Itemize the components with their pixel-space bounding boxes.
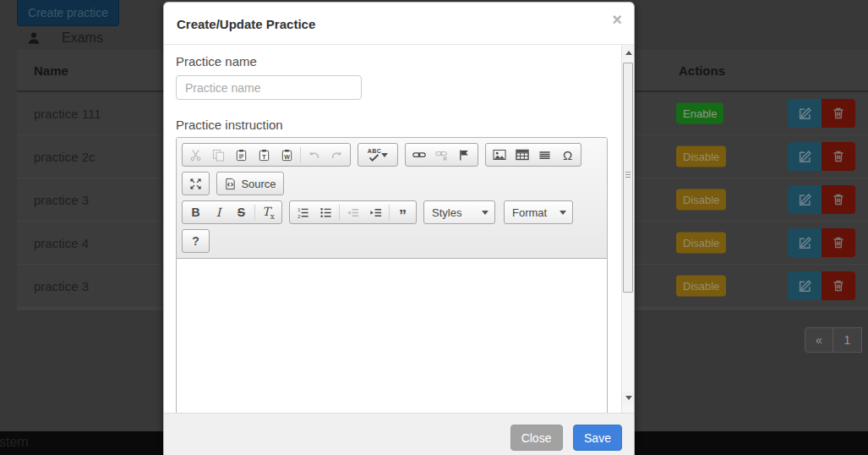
anchor-button[interactable] <box>453 144 476 166</box>
create-update-practice-modal: Create/Update Practice × Practice name P… <box>163 2 635 455</box>
paste-button[interactable] <box>230 144 253 166</box>
scrollbar-thumb[interactable] <box>623 63 633 293</box>
horizontal-rule-icon <box>538 149 551 162</box>
user-icon <box>27 31 41 45</box>
pencil-square-icon <box>798 193 812 207</box>
question-mark-icon: ? <box>192 234 199 248</box>
indent-button[interactable] <box>364 201 387 223</box>
screen: Create practice Exams Name Actions pract… <box>0 0 868 455</box>
delete-button[interactable] <box>822 228 855 257</box>
arrow-down-icon <box>625 396 632 403</box>
modal-close-x[interactable]: × <box>612 11 622 28</box>
name-column-header: Name <box>34 63 68 78</box>
pagination-prev[interactable]: « <box>805 327 833 353</box>
trash-icon <box>832 150 845 163</box>
edit-button[interactable] <box>788 142 822 171</box>
svg-text:W: W <box>284 153 290 159</box>
rich-text-editor: T W <box>176 137 608 413</box>
status-button[interactable]: Enable <box>676 103 723 124</box>
styles-dropdown-label: Styles <box>432 206 461 219</box>
cut-icon <box>189 149 202 162</box>
undo-button[interactable] <box>303 144 325 166</box>
modal-footer: Close Save <box>164 413 634 455</box>
bold-button[interactable]: B <box>184 201 207 223</box>
flag-icon <box>458 149 471 162</box>
source-button[interactable]: Source <box>219 173 281 195</box>
row-name: practice 3 <box>34 193 89 207</box>
practice-name-input[interactable] <box>176 75 362 100</box>
pagination-page-1[interactable]: 1 <box>833 327 862 353</box>
undo-icon <box>308 149 320 162</box>
table-button[interactable] <box>510 144 533 166</box>
status-button[interactable]: Disable <box>676 189 726 211</box>
status-button[interactable]: Disable <box>676 146 726 167</box>
remove-format-button[interactable]: Tx <box>257 201 280 223</box>
row-actions <box>788 142 855 171</box>
paste-word-button[interactable]: W <box>276 144 298 166</box>
outdent-button[interactable] <box>341 201 364 223</box>
link-button[interactable] <box>407 144 430 166</box>
special-char-button[interactable]: Ω <box>556 144 579 166</box>
paste-word-icon: W <box>281 149 293 162</box>
copy-icon <box>212 149 225 162</box>
edit-button[interactable] <box>788 185 822 214</box>
delete-button[interactable] <box>822 271 855 300</box>
edit-button[interactable] <box>788 271 822 300</box>
delete-button[interactable] <box>822 185 855 214</box>
practice-name-label: Practice name <box>176 54 257 69</box>
blockquote-button[interactable]: ” <box>391 201 414 223</box>
row-actions <box>788 228 855 257</box>
close-button[interactable]: Close <box>510 425 563 451</box>
pencil-square-icon <box>798 236 812 250</box>
spellcheck-icon: ABC <box>368 148 382 162</box>
format-dropdown[interactable]: Format <box>504 200 573 224</box>
indent-icon <box>369 206 382 219</box>
editor-content-area[interactable] <box>177 259 607 413</box>
paste-text-button[interactable]: T <box>253 144 276 166</box>
strikethrough-icon: S <box>237 206 245 219</box>
modal-scrollbar[interactable] <box>621 45 634 413</box>
edit-button[interactable] <box>788 228 822 257</box>
svg-text:T: T <box>262 153 266 161</box>
chevron-down-icon <box>560 211 566 218</box>
paste-icon <box>235 149 248 162</box>
ordered-list-icon: 1 2 <box>297 206 309 219</box>
styles-dropdown[interactable]: Styles <box>423 200 495 224</box>
edit-button[interactable] <box>788 99 822 128</box>
ordered-list-button[interactable]: 1 2 <box>292 201 314 223</box>
italic-button[interactable]: I <box>207 201 230 223</box>
strikethrough-button[interactable]: S <box>230 201 253 223</box>
status-button[interactable]: Disable <box>676 276 726 297</box>
trash-icon <box>832 279 845 293</box>
bullet-list-button[interactable] <box>314 201 337 223</box>
chevron-down-icon <box>381 153 388 161</box>
unlink-icon <box>435 148 449 162</box>
save-button[interactable]: Save <box>573 425 622 451</box>
chevron-down-icon <box>482 211 489 218</box>
trash-icon <box>832 236 845 249</box>
row-actions <box>788 99 855 128</box>
exams-nav[interactable]: Exams <box>27 30 103 46</box>
scrollbar-up-button[interactable] <box>622 46 634 59</box>
cut-button[interactable] <box>184 144 207 166</box>
unlink-button[interactable] <box>430 144 453 166</box>
source-label: Source <box>241 178 276 190</box>
actions-column-header: Actions <box>679 63 725 78</box>
bullet-list-icon <box>319 206 332 219</box>
maximize-button[interactable] <box>184 173 207 195</box>
redo-button[interactable] <box>325 144 348 166</box>
image-button[interactable] <box>488 144 510 166</box>
table-icon <box>516 148 529 162</box>
delete-button[interactable] <box>822 99 855 128</box>
spellcheck-button[interactable]: ABC <box>360 144 396 166</box>
row-name: practice 3 <box>34 279 89 293</box>
about-help-button[interactable]: ? <box>184 230 207 252</box>
delete-button[interactable] <box>822 142 855 171</box>
modal-body: Practice name Practice instruction <box>164 45 634 413</box>
create-practice-button[interactable]: Create practice <box>17 0 119 26</box>
copy-button[interactable] <box>207 144 230 166</box>
horizontal-rule-button[interactable] <box>533 144 556 166</box>
status-button[interactable]: Disable <box>676 233 726 254</box>
scrollbar-down-button[interactable] <box>622 392 634 405</box>
row-actions <box>788 271 855 300</box>
